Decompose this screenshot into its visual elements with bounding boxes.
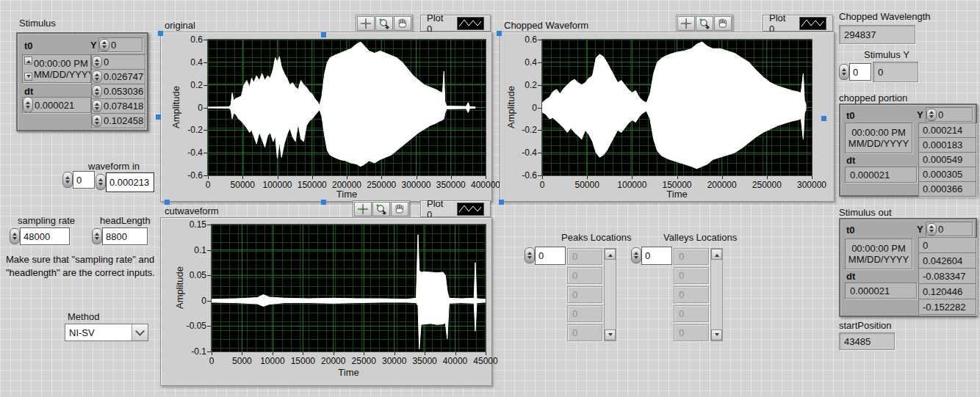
selection-handle[interactable] [158,31,163,36]
t0-label: t0 [846,110,855,121]
cutwaveform-plot-legend[interactable]: Plot 0 [420,200,491,217]
y-array-element[interactable]: 0 [91,54,145,70]
element-spinner[interactable] [92,70,102,83]
chopped-wavelength-label: Chopped Wavelength [839,11,931,22]
y-array-cell: 0.000183 [918,137,976,153]
crosshair-tool-button[interactable] [357,16,375,31]
scroll-up-button[interactable] [605,249,616,260]
start-position-value: 43485 [844,336,871,347]
selection-handle[interactable] [499,200,504,205]
labview-front-panel: Stimulus t0 00:00:00 PM MM/DD/YYYY dt 0.… [0,0,980,397]
scroll-down-button[interactable] [711,329,722,340]
waveform-in-index-spinner[interactable] [62,172,73,188]
method-dropdown[interactable]: NI-SV [65,324,148,341]
peaks-index-spinner[interactable] [525,247,535,263]
crosshair-tool-button[interactable] [677,16,695,31]
t0-spinner[interactable] [24,57,32,81]
t0-field[interactable]: 00:00:00 PM MM/DD/YYYY [22,54,91,83]
headlength-label: headLength [100,215,151,226]
zoom-tool-button[interactable] [375,16,393,31]
original-graph-palette [356,15,413,32]
y-index-spinner[interactable] [926,109,937,121]
y-array-element[interactable]: 0.026747 [91,69,145,84]
t0-increment-button[interactable] [24,57,32,65]
dt-spinner[interactable] [23,97,33,113]
stimulus-out-cluster: t0 00:00:00 PM MM/DD/YYYY dt 0.000021 Y … [839,218,977,317]
element-spinner[interactable] [92,100,102,112]
y-index-field[interactable]: 0 [926,107,973,122]
method-dropdown-button[interactable] [131,324,148,340]
chopped-portion-label: chopped portion [839,92,907,103]
y-array-cell: -0.152282 [918,299,976,315]
y-index-value: 0 [938,109,943,120]
y-index-spinner[interactable] [926,223,937,236]
sampling-rate-spinner[interactable] [10,228,20,244]
stimulus-y-index-spinner[interactable] [839,64,849,80]
y-array-value: 0.078418 [104,101,143,112]
valleys-locations-label: Valleys Locations [663,232,737,243]
scroll-down-button[interactable] [605,329,616,340]
peaks-array-cell: 0 [567,248,602,265]
element-spinner[interactable] [92,114,102,127]
y-array-element[interactable]: 0.102458 [91,113,145,128]
t0-decrement-button[interactable] [24,73,32,81]
cutwaveform-y-ticks: 0.150.10.050-0.05-0.1 [185,225,212,352]
peaks-array-cell: 0 [567,324,602,341]
element-spinner[interactable] [92,56,102,68]
dt-field[interactable]: 0.000021 [22,97,91,113]
sampling-rate-field[interactable]: 48000 [20,227,70,245]
peaks-index-field[interactable]: 0 [535,247,566,265]
selection-handle[interactable] [321,32,326,37]
stimulus-out-label: Stimulus out [839,207,892,218]
y-array-cell: 0.120446 [918,283,976,299]
y-array-value: 0.053036 [104,86,143,97]
y-index-field[interactable]: 0 [926,222,973,236]
original-plot-area[interactable] [208,40,486,175]
waveform-in-value: 0.000213 [109,177,149,188]
original-plot-legend[interactable]: Plot 0 [420,15,491,32]
chopped-plot-area[interactable] [542,40,812,175]
waveform-in-index-field[interactable]: 0 [73,171,95,189]
zoom-tool-button[interactable] [696,16,713,31]
plot-line-swatch-icon [457,17,484,30]
note-line-2: "headlength" are the correct inputs. [6,267,155,278]
selection-handle[interactable] [156,114,161,120]
pan-tool-button[interactable] [714,16,732,31]
valleys-index-field[interactable]: 0 [641,247,672,265]
valleys-scrollbar[interactable] [710,248,723,341]
zoom-tool-button[interactable] [372,202,390,216]
t0-time-value: 00:00:00 PM [846,243,912,254]
y-array-element[interactable]: 0.053036 [91,84,145,99]
headlength-field[interactable]: 8800 [102,227,148,245]
waveform-in-spinner[interactable] [96,174,106,190]
cutwaveform-x-ticks: 0500010000150002000025000300003500040000… [212,352,486,365]
selection-handle[interactable] [497,31,502,36]
headlength-spinner[interactable] [92,228,102,244]
y-index-field[interactable]: 0 [98,37,143,52]
pan-tool-button[interactable] [391,202,408,216]
peaks-array-cell: 0 [567,286,602,303]
crosshair-tool-button[interactable] [354,202,372,216]
plot-legend-label: Plot 0 [427,198,450,220]
plot-line-swatch-icon [799,17,826,30]
valleys-index-value: 0 [645,250,650,261]
chopped-plot-legend[interactable]: Plot 0 [763,15,833,32]
cutwaveform-y-axis-label: Amplitude [174,266,185,309]
selection-handle[interactable] [821,116,826,121]
stimulus-cluster-label: Stimulus [19,18,56,29]
y-index-spinner[interactable] [99,39,109,51]
cutwaveform-x-axis-label: Time [212,367,486,378]
selection-handle[interactable] [165,200,170,205]
chopped-wavelength-value: 294837 [844,29,876,40]
element-spinner[interactable] [92,85,102,98]
pan-tool-button[interactable] [394,16,411,31]
y-array-element[interactable]: 0.078418 [91,98,145,114]
selection-handle[interactable] [321,200,326,205]
peaks-scrollbar[interactable] [604,248,616,341]
scroll-up-button[interactable] [711,249,722,260]
valleys-index-spinner[interactable] [631,247,641,263]
stimulus-y-index-field[interactable]: 0 [849,63,871,81]
waveform-in-field[interactable]: 0.000213 [106,172,154,192]
y-array-value: 0 [104,57,109,68]
cutwaveform-plot-area[interactable] [212,225,486,352]
